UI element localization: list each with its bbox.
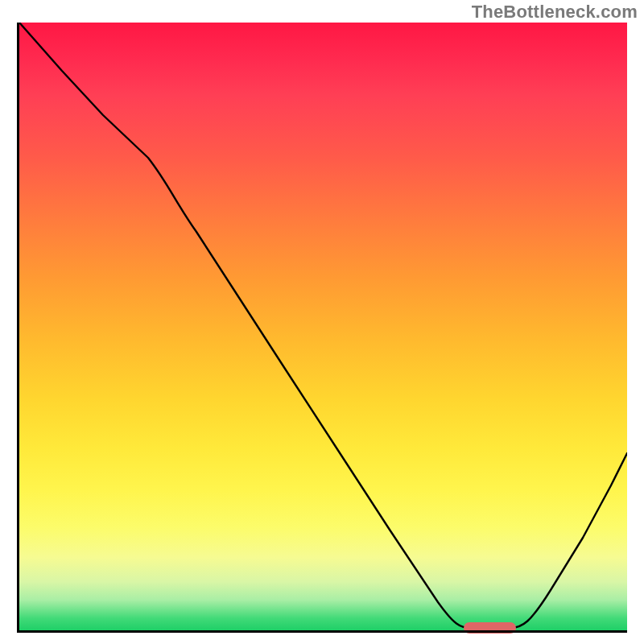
watermark-text: TheBottleneck.com bbox=[472, 2, 638, 23]
x-axis bbox=[17, 630, 627, 633]
bottleneck-curve bbox=[19, 23, 627, 630]
y-axis bbox=[17, 23, 19, 633]
plot-area bbox=[17, 23, 627, 633]
curve-path bbox=[19, 23, 627, 628]
chart-container: { "watermark": "TheBottleneck.com", "cha… bbox=[0, 0, 644, 644]
